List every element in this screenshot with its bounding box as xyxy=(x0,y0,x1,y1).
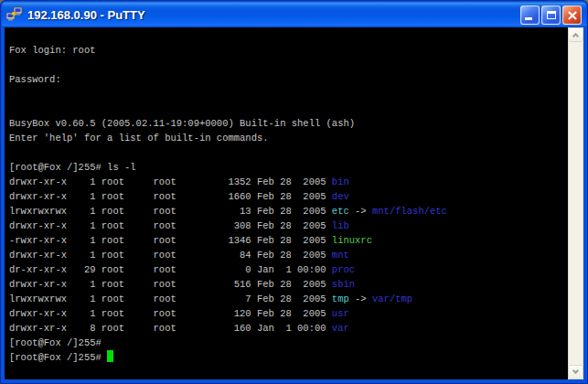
terminal-line: drwxr-xr-x 1 root root 1660 Feb 28 2005 … xyxy=(9,189,568,204)
terminal-line: [root@Fox /]255# ls -l xyxy=(9,160,568,175)
maximize-icon xyxy=(547,11,556,19)
terminal-line: drwxr-xr-x 1 root root 1352 Feb 28 2005 … xyxy=(9,175,568,189)
close-button[interactable] xyxy=(562,5,582,25)
terminal-line xyxy=(9,87,568,101)
putty-app-icon[interactable] xyxy=(5,6,24,23)
scroll-down-icon xyxy=(572,368,579,374)
terminal-line: [root@Fox /]255# xyxy=(9,336,568,350)
terminal-line xyxy=(9,101,568,116)
terminal-line: dr-xr-xr-x 29 root root 0 Jan 1 00:00 pr… xyxy=(9,262,568,277)
window-controls xyxy=(520,5,582,25)
scroll-down-button[interactable] xyxy=(568,365,583,379)
minimize-button[interactable] xyxy=(520,5,540,25)
terminal-line: BusyBox v0.60.5 (2005.02.11-19:09+0000) … xyxy=(9,116,568,131)
terminal-line xyxy=(9,58,568,72)
terminal-line: drwxr-xr-x 1 root root 308 Feb 28 2005 l… xyxy=(9,219,568,233)
terminal-line: -rwxr-xr-x 1 root root 1346 Feb 28 2005 … xyxy=(9,233,568,248)
terminal-line xyxy=(9,28,568,43)
terminal-scrollbar[interactable] xyxy=(568,27,583,379)
putty-window: 192.168.0.90 - PuTTY Fox login: rootPass… xyxy=(0,0,588,384)
terminal-line: Enter 'help' for a list of built-in comm… xyxy=(9,131,568,145)
terminal-line: [root@Fox /]255# xyxy=(9,350,568,365)
scroll-up-icon xyxy=(572,33,579,39)
terminal-line: Fox login: root xyxy=(9,43,568,58)
terminal-line: drwxr-xr-x 8 root root 160 Jan 1 00:00 v… xyxy=(9,321,568,336)
minimize-icon xyxy=(525,17,532,20)
maximize-button[interactable] xyxy=(541,5,561,25)
terminal-line: lrwxrwxrwx 1 root root 7 Feb 28 2005 tmp… xyxy=(9,292,568,306)
terminal-cursor xyxy=(107,350,113,362)
window-title: 192.168.0.90 - PuTTY xyxy=(27,8,520,22)
terminal-line: drwxr-xr-x 1 root root 516 Feb 28 2005 s… xyxy=(9,277,568,292)
terminal-line: Password: xyxy=(9,72,568,87)
terminal-line xyxy=(9,145,568,160)
title-bar[interactable]: 192.168.0.90 - PuTTY xyxy=(2,2,586,27)
scroll-up-button[interactable] xyxy=(568,27,583,42)
terminal-line: drwxr-xr-x 1 root root 120 Feb 28 2005 u… xyxy=(9,306,568,321)
scrollbar-track[interactable] xyxy=(568,42,583,365)
terminal-screen[interactable]: Fox login: rootPassword:BusyBox v0.60.5 … xyxy=(5,27,568,379)
terminal-line: lrwxrwxrwx 1 root root 13 Feb 28 2005 et… xyxy=(9,204,568,219)
terminal-line: drwxr-xr-x 1 root root 84 Feb 28 2005 mn… xyxy=(9,248,568,262)
